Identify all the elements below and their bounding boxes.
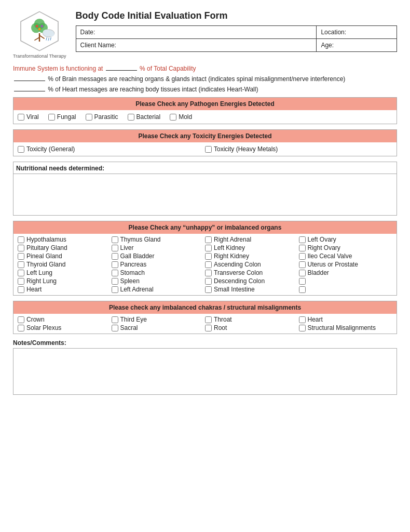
checkbox-throat[interactable]: Throat <box>205 316 290 323</box>
checkbox-toxicity-general[interactable]: Toxicity (General) <box>18 145 205 153</box>
cb-spleen[interactable] <box>112 278 118 285</box>
checkbox-heart-chakra[interactable]: Heart <box>299 316 384 323</box>
checkbox-mold[interactable]: Mold <box>170 113 192 121</box>
checkbox-thymus-gland[interactable]: Thymus Gland <box>112 236 203 243</box>
cb-left-kidney[interactable] <box>205 245 212 251</box>
cb-third-eye[interactable] <box>112 316 118 323</box>
intro-line2-text: % of Brain messages are reaching organs … <box>48 75 345 83</box>
toxicity-header: Please Check any Toxicity Energies Detec… <box>13 130 397 142</box>
cb-transverse-colon[interactable] <box>205 270 212 276</box>
cb-descending-colon[interactable] <box>205 278 212 285</box>
checkbox-viral[interactable]: Viral <box>18 113 39 121</box>
cb-gall-bladder[interactable] <box>112 253 118 260</box>
checkbox-left-adrenal[interactable]: Left Adrenal <box>112 286 203 293</box>
cb-liver[interactable] <box>112 245 118 251</box>
checkbox-parasitic[interactable]: Parasitic <box>86 113 118 121</box>
cb-pancreas[interactable] <box>112 261 118 268</box>
checkbox-uterus-prostate[interactable]: Uterus or Prostate <box>299 261 391 268</box>
checkbox-fungal[interactable]: Fungal <box>48 113 76 121</box>
cb-thymus-gland[interactable] <box>112 236 118 243</box>
cb-left-lung[interactable] <box>18 270 24 276</box>
checkbox-structural[interactable]: Structural Misalignments <box>299 324 384 331</box>
cb-stomach[interactable] <box>112 270 118 276</box>
checkbox-bacterial-input[interactable] <box>128 114 134 121</box>
cb-pineal-gland[interactable] <box>18 253 24 260</box>
checkbox-fungal-input[interactable] <box>48 114 55 121</box>
checkbox-right-kidney[interactable]: Right Kidney <box>205 252 297 260</box>
checkbox-third-eye[interactable]: Third Eye <box>112 316 196 323</box>
checkbox-mold-input[interactable] <box>170 114 176 121</box>
checkbox-left-ovary[interactable]: Left Ovary <box>299 236 391 243</box>
checkbox-solar-plexus[interactable]: Solar Plexus <box>18 324 102 331</box>
cb-right-kidney[interactable] <box>205 253 212 260</box>
checkbox-ascending-colon[interactable]: Ascending Colon <box>205 261 297 268</box>
checkbox-toxicity-heavy-label: Toxicity (Heavy Metals) <box>214 145 278 153</box>
checkbox-bacterial[interactable]: Bacterial <box>128 113 161 121</box>
cb-sacral[interactable] <box>112 325 118 331</box>
svg-point-9 <box>38 28 41 31</box>
cb-ileo-cecal-valve[interactable] <box>299 253 306 260</box>
cb-hypothalamus[interactable] <box>18 236 24 243</box>
checkbox-toxicity-general-input[interactable] <box>18 146 24 153</box>
checkbox-viral-input[interactable] <box>18 114 24 121</box>
cb-root[interactable] <box>205 325 212 331</box>
checkbox-toxicity-heavy[interactable]: Toxicity (Heavy Metals) <box>205 145 392 153</box>
checkbox-bladder[interactable]: Bladder <box>299 269 391 276</box>
cb-throat[interactable] <box>205 316 212 323</box>
checkbox-pancreas[interactable]: Pancreas <box>112 261 203 268</box>
date-label: Date: <box>76 26 317 39</box>
checkbox-parasitic-input[interactable] <box>86 114 92 121</box>
cb-solar-plexus[interactable] <box>18 325 24 331</box>
checkbox-transverse-colon[interactable]: Transverse Colon <box>205 269 297 276</box>
cb-structural[interactable] <box>299 325 306 331</box>
checkbox-spleen[interactable]: Spleen <box>112 277 203 285</box>
checkbox-right-lung[interactable]: Right Lung <box>18 277 110 285</box>
checkbox-gall-bladder[interactable]: Gall Bladder <box>112 252 203 260</box>
cb-thyroid-gland[interactable] <box>18 261 24 268</box>
cb-ascending-colon[interactable] <box>205 261 212 268</box>
checkbox-fungal-label: Fungal <box>57 113 76 121</box>
cb-left-adrenal[interactable] <box>112 286 118 293</box>
checkbox-right-adrenal[interactable]: Right Adrenal <box>205 236 297 243</box>
cb-right-adrenal[interactable] <box>205 236 212 243</box>
checkbox-right-ovary[interactable]: Right Ovary <box>299 244 391 251</box>
notes-textarea[interactable] <box>13 348 397 395</box>
svg-point-8 <box>41 25 44 28</box>
checkbox-mold-label: Mold <box>179 113 192 121</box>
cb-bladder[interactable] <box>299 270 306 276</box>
cb-heart-chakra[interactable] <box>299 316 306 323</box>
cb-pituitary-gland[interactable] <box>18 245 24 251</box>
checkbox-ileo-cecal-valve[interactable]: Ileo Cecal Valve <box>299 252 391 260</box>
brain-blank <box>14 81 45 81</box>
cb-heart[interactable] <box>18 286 24 293</box>
cb-right-lung[interactable] <box>18 278 24 285</box>
checkbox-small-intestine[interactable]: Small Intestine <box>205 286 297 293</box>
checkbox-hypothalamus[interactable]: Hypothalamus <box>18 236 110 243</box>
intro-line1-prefix: Immune System is functioning at <box>13 65 103 72</box>
cb-uterus-prostate[interactable] <box>299 261 306 268</box>
checkbox-heart[interactable]: Heart <box>18 286 110 293</box>
checkbox-descending-colon[interactable]: Descending Colon <box>205 277 297 285</box>
nutritional-textarea[interactable] <box>13 174 397 215</box>
organs-grid: Hypothalamus Thymus Gland Right Adrenal … <box>13 234 397 295</box>
checkbox-toxicity-heavy-input[interactable] <box>205 146 212 153</box>
logo-area: Transformational Therapy <box>13 10 66 59</box>
checkbox-sacral[interactable]: Sacral <box>112 324 196 331</box>
cb-empty-2[interactable] <box>299 286 306 293</box>
cb-crown[interactable] <box>18 316 24 323</box>
checkbox-liver[interactable]: Liver <box>112 244 203 251</box>
cb-empty-1[interactable] <box>299 278 306 285</box>
checkbox-left-lung[interactable]: Left Lung <box>18 269 110 276</box>
checkbox-thyroid-gland[interactable]: Thyroid Gland <box>18 261 110 268</box>
checkbox-pineal-gland[interactable]: Pineal Gland <box>18 252 110 260</box>
chakras-header: Please check any imbalanced chakras / st… <box>13 301 397 314</box>
checkbox-crown[interactable]: Crown <box>18 316 102 323</box>
checkbox-stomach[interactable]: Stomach <box>112 269 203 276</box>
cb-small-intestine[interactable] <box>205 286 212 293</box>
cb-left-ovary[interactable] <box>299 236 306 243</box>
checkbox-left-kidney[interactable]: Left Kidney <box>205 244 297 251</box>
checkbox-pituitary-gland[interactable]: Pituitary Gland <box>18 244 110 251</box>
cb-right-ovary[interactable] <box>299 245 306 251</box>
location-label: Location: <box>317 26 397 39</box>
checkbox-root[interactable]: Root <box>205 324 290 331</box>
